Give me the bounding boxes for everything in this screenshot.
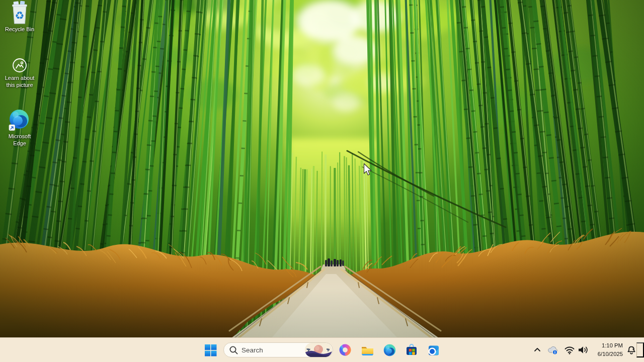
search-input[interactable] xyxy=(238,346,305,354)
desktop-icon-learn-about-this-picture[interactable]: Learn about this picture xyxy=(0,57,39,88)
taskbar-app-edge[interactable] xyxy=(379,341,399,359)
svg-text:z: z xyxy=(632,347,634,351)
tray-time: 1:10 PM xyxy=(590,341,623,350)
recycle-bin-icon: ♻ xyxy=(9,1,31,25)
chevron-up-icon xyxy=(533,345,542,354)
wallpaper-bamboo-forest xyxy=(0,0,644,338)
picture-info-icon xyxy=(12,57,28,73)
outlook-icon xyxy=(427,343,440,356)
svg-text:♻: ♻ xyxy=(15,10,25,22)
volume-icon xyxy=(577,345,589,355)
tray-clock[interactable]: 1:10 PM 6/10/2025 xyxy=(590,341,623,358)
bell-dnd-icon: z xyxy=(626,344,637,355)
tray-wifi[interactable] xyxy=(563,342,576,358)
desktop-icon-label: Learn about this picture xyxy=(5,74,35,88)
desktop-icon-label: Recycle Bin xyxy=(5,26,34,33)
edge-shortcut-icon xyxy=(8,109,31,132)
tray-chevron-up[interactable] xyxy=(531,342,543,358)
desktop-icon-recycle-bin[interactable]: ♻ Recycle Bin xyxy=(0,1,39,33)
copilot-icon xyxy=(339,343,352,356)
search-icon xyxy=(229,345,238,355)
windows-logo-icon xyxy=(204,344,217,356)
desktop-icon-microsoft-edge[interactable]: Microsoft Edge xyxy=(0,109,39,147)
taskbar-app-copilot[interactable] xyxy=(335,341,355,359)
taskbar-app-outlook[interactable] xyxy=(424,341,444,359)
file-explorer-icon xyxy=(361,344,374,356)
edge-icon xyxy=(383,343,396,357)
tray-date: 6/10/2025 xyxy=(590,350,623,358)
search-daily-image[interactable] xyxy=(305,343,332,357)
taskbar: 1:10 PM 6/10/2025 z xyxy=(0,337,644,362)
tray-onedrive[interactable] xyxy=(545,342,559,358)
tray-volume[interactable] xyxy=(576,342,590,358)
show-desktop-button[interactable] xyxy=(636,342,644,357)
onedrive-cloud-icon xyxy=(546,344,558,355)
search-box[interactable] xyxy=(223,342,333,357)
taskbar-app-microsoft-store[interactable] xyxy=(401,341,422,359)
taskbar-app-file-explorer[interactable] xyxy=(357,341,377,359)
start-button[interactable] xyxy=(200,341,220,359)
wifi-icon xyxy=(564,345,575,355)
microsoft-store-icon xyxy=(405,343,418,356)
desktop-icon-label: Microsoft Edge xyxy=(9,133,31,147)
